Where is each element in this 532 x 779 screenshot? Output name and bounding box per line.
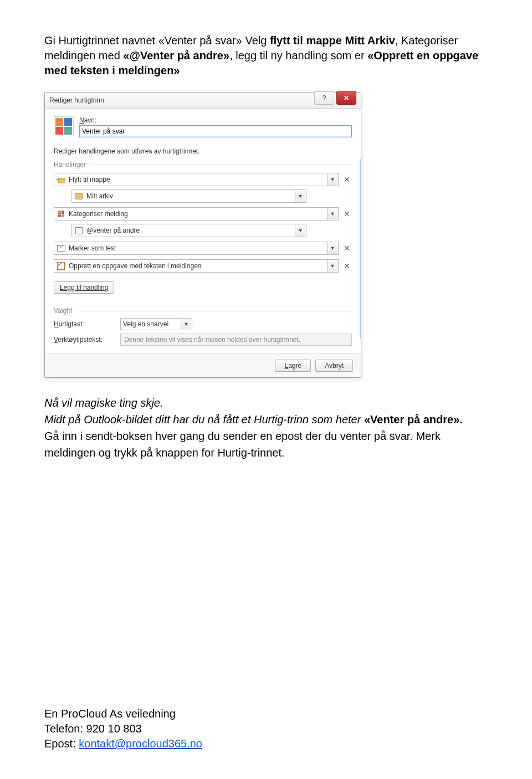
action-3-label: Marker som lest	[69, 244, 116, 252]
actions-section-label: Handlinger	[54, 161, 352, 168]
chevron-down-icon: ▼	[327, 173, 337, 186]
action-2-category-select[interactable]: @venter på andre ▼	[71, 224, 306, 237]
hotkey-value: Velg en snarvei	[123, 320, 168, 328]
after-line-2a: Midt på Outlook-bildet ditt har du nå få…	[44, 413, 364, 426]
action-2-select[interactable]: Kategoriser melding ▼	[54, 207, 339, 221]
chevron-down-icon: ▼	[295, 224, 305, 237]
after-paragraph: Nå vil magiske ting skje. Midt på Outloo…	[44, 394, 488, 461]
after-line-2b: «Venter på andre».	[364, 413, 463, 426]
dialog-titlebar: Rediger hurtigtrinn ? ✕	[45, 93, 361, 109]
tooltip-placeholder: Denne teksten vil vises når musen holdes…	[124, 336, 300, 344]
chevron-down-icon: ▼	[181, 319, 191, 329]
action-1-folder-label: Mitt arkiv	[86, 192, 113, 200]
footer-line-2: Telefon: 920 10 803	[44, 721, 202, 736]
chevron-down-icon: ▼	[327, 260, 337, 272]
hotkey-select[interactable]: Velg en snarvei ▼	[120, 318, 192, 330]
remove-action-2[interactable]: ✕	[342, 209, 352, 219]
action-2-category-label: @venter på andre	[86, 227, 140, 234]
cancel-button[interactable]: Avbryt	[315, 360, 353, 372]
move-to-folder-icon: ➔	[57, 175, 65, 184]
dialog-title-text: Rediger hurtigtrinn	[49, 96, 104, 104]
remove-action-1[interactable]: ✕	[342, 175, 352, 184]
name-label: Navn:	[79, 116, 352, 124]
folder-icon	[74, 192, 83, 201]
page-footer: En ProCloud As veiledning Telefon: 920 1…	[44, 706, 202, 751]
footer-email-label: Epost:	[44, 737, 79, 750]
remove-action-4[interactable]: ✕	[342, 261, 352, 271]
action-1-label: Flytt til mappe	[69, 176, 110, 183]
help-button[interactable]: ?	[314, 91, 334, 105]
category-icon	[74, 226, 83, 235]
after-line-1: Nå vil magiske ting skje.	[44, 394, 488, 411]
hotkey-label: Hurtigtast:	[54, 320, 115, 328]
intro-text-3: , legg til ny handling som er	[229, 49, 367, 62]
action-3-select[interactable]: Marker som lest ▼	[54, 242, 339, 255]
action-1-select[interactable]: ➔ Flytt til mappe ▼	[54, 173, 339, 186]
name-input[interactable]	[79, 125, 352, 137]
footer-line-1: En ProCloud As veiledning	[44, 706, 202, 721]
close-icon: ✕	[344, 94, 349, 102]
help-icon: ?	[323, 94, 326, 102]
after-line-3: Gå inn i sendt-boksen hver gang du sende…	[44, 428, 488, 461]
optional-section-label: Valgfri	[54, 307, 352, 315]
dialog-screenshot: Rediger hurtigtrinn ? ✕ Navn: Rediger ha…	[44, 92, 488, 378]
intro-bold-1: flytt til mappe Mitt Arkiv	[270, 34, 395, 47]
edit-quickstep-dialog: Rediger hurtigtrinn ? ✕ Navn: Rediger ha…	[44, 92, 361, 378]
dialog-description: Rediger handlingene som utføres av hurti…	[54, 147, 352, 155]
create-task-icon	[57, 262, 65, 270]
action-2-label: Kategoriser melding	[69, 210, 128, 218]
dialog-scrollbar[interactable]	[360, 159, 361, 339]
add-action-button[interactable]: Legg til handling	[54, 281, 114, 294]
quickstep-icon[interactable]	[54, 116, 74, 136]
close-button[interactable]: ✕	[336, 91, 356, 105]
chevron-down-icon: ▼	[327, 242, 337, 254]
action-4-select[interactable]: Opprett en oppgave med teksten i melding…	[54, 259, 339, 273]
categorize-icon	[57, 209, 65, 218]
remove-action-3[interactable]: ✕	[342, 243, 352, 253]
tooltip-text-input[interactable]: Denne teksten vil vises når musen holdes…	[120, 334, 352, 346]
chevron-down-icon: ▼	[295, 190, 305, 202]
action-1-folder-select[interactable]: Mitt arkiv ▼	[71, 189, 306, 203]
chevron-down-icon: ▼	[327, 208, 337, 220]
footer-email-link[interactable]: kontakt@procloud365.no	[79, 737, 202, 750]
intro-paragraph: Gi Hurtigtrinnet navnet «Venter på svar»…	[44, 33, 488, 78]
mark-read-icon	[57, 244, 65, 253]
intro-bold-2: «@Venter på andre»	[123, 49, 229, 62]
tooltip-label: Verktøytipstekst:	[54, 336, 115, 344]
intro-text: Gi Hurtigtrinnet navnet «Venter på svar»…	[44, 34, 270, 47]
save-button[interactable]: Lagre	[275, 360, 311, 372]
action-4-label: Opprett en oppgave med teksten i melding…	[69, 262, 201, 270]
